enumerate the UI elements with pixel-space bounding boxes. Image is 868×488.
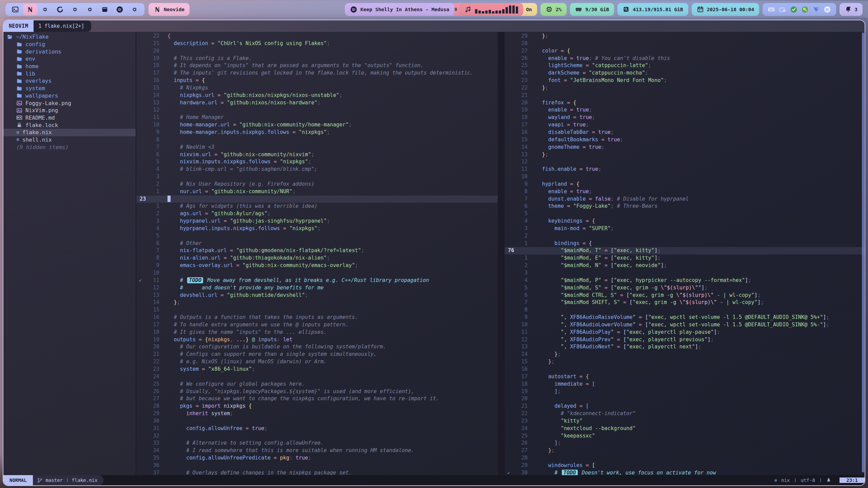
workspace-neovide[interactable] — [23, 4, 37, 15]
sign-column — [136, 306, 145, 314]
media-player-pill[interactable]: Keep Shelly In Athens - Medusa — [345, 3, 454, 16]
sign-column — [505, 314, 513, 321]
code-text: hardware.url = "github:nixos/nixos-hardw… — [167, 99, 320, 107]
tree-item-overlays[interactable]: overlays — [3, 77, 136, 85]
sign-column — [136, 188, 145, 196]
tree-item-Foggy-Lake.png[interactable]: Foggy-Lake.png — [3, 99, 136, 107]
sign-column — [505, 136, 513, 144]
cpu-module[interactable]: 2% — [540, 3, 567, 16]
code-line: 5 "$mainMod, S" = ["exec, grim -g \"$(sl… — [505, 284, 865, 292]
line-number: 2 — [513, 262, 528, 269]
left-editor-pane[interactable]: 22{21 description = "ChUrl's NixOS confi… — [136, 32, 498, 475]
sign-column — [136, 225, 145, 232]
cava-bar — [512, 5, 515, 13]
sign-column — [136, 454, 145, 462]
workspace-empty-5[interactable] — [68, 4, 82, 15]
sign-column — [505, 232, 513, 240]
encoding: utf-8 — [801, 477, 815, 483]
spotify-tray-icon[interactable] — [824, 6, 831, 13]
workspace-zen-browser[interactable] — [53, 4, 67, 15]
code-line: 8 nix-alien.url = "github:thiagokokada/n… — [136, 255, 498, 262]
code-line: 22 # "kdeconnect-indicator" — [505, 410, 865, 418]
code-text: home-manager.inputs.nixpkgs.follows = "n… — [167, 129, 330, 136]
code-text: immediate = [ — [536, 381, 595, 388]
code-line: 26 ]; — [505, 440, 865, 447]
code-line: 19 # This config is a Flake. — [136, 55, 498, 62]
workspace-empty-3[interactable] — [38, 4, 52, 15]
sign-column — [505, 99, 513, 107]
workspace-spotify[interactable] — [113, 4, 127, 15]
code-line: 9 home-manager.inputs.nixpkgs.follows = … — [136, 129, 498, 136]
check-circle-icon[interactable] — [790, 6, 797, 13]
code-line: 34 # I read somewhere that this is more … — [136, 447, 498, 454]
sign-column — [136, 40, 145, 47]
code-line: 20 firefox = { — [505, 99, 865, 107]
right-editor-pane[interactable]: 29 };2827 color = {26 enable = true; # Y… — [505, 32, 865, 475]
clock-module[interactable]: 2025-06-18 00:04 — [692, 3, 760, 16]
code-line: 22{ — [136, 33, 498, 40]
tree-item-env[interactable]: env — [3, 55, 136, 63]
tree-item-README.md[interactable]: README.md — [3, 114, 136, 122]
code-text: outputs = {nixpkgs, ...} @ inputs: let — [167, 336, 293, 344]
tree-item-derivations[interactable]: derivations — [3, 48, 136, 55]
tree-item-9hiddenitems[interactable]: (9 hidden items) — [3, 143, 136, 151]
clipboard-icon[interactable] — [779, 6, 786, 13]
music-note-icon — [464, 6, 472, 13]
vesktop-icon[interactable] — [812, 6, 820, 13]
line-number: 22 — [145, 358, 159, 366]
line-number: 3 — [145, 173, 159, 181]
line-number: 6 — [145, 240, 159, 247]
tree-item-flake.lock[interactable]: flake.lock — [3, 121, 136, 129]
code-text: home-manager.url = "github:nix-community… — [167, 121, 352, 129]
code-text: "$mainMod, P" = ["exec, hyprpicker --aut… — [536, 277, 751, 284]
tree-item-config[interactable]: config — [3, 41, 136, 48]
code-text: disableTabBar = true; — [536, 129, 614, 136]
tree-item-shell.nix[interactable]: ❄shell.nix — [3, 136, 136, 144]
line-number: 3 — [513, 269, 528, 277]
scrollbar[interactable] — [862, 33, 864, 472]
code-line: 2 "$mainMod, N" = ["exec, neovide"]; — [505, 262, 865, 269]
sign-column — [505, 410, 513, 418]
tree-item-lib[interactable]: lib — [3, 70, 136, 77]
code-line: 10 — [136, 269, 498, 277]
workspace-empty-6[interactable] — [83, 4, 97, 15]
tree-item-NixFlake[interactable]: ~/NixFlake — [3, 33, 136, 41]
desktop: { "topbar": { "workspaces": [ {"app":"te… — [0, 0, 868, 488]
window-separator[interactable] — [498, 32, 505, 475]
active-window-pill[interactable]: Neovide — [149, 3, 190, 16]
tree-item-wallpapers[interactable]: wallpapers — [3, 92, 136, 100]
workspaces — [5, 3, 144, 16]
line-number: 17 — [145, 321, 159, 329]
disk-module[interactable]: 413.19/915.81 GiB — [617, 3, 688, 16]
tree-item-home[interactable]: home — [3, 63, 136, 70]
audio-visualizer-pill[interactable] — [459, 3, 523, 16]
memory-module[interactable]: 9/30 GiB — [570, 3, 614, 16]
sign-column — [505, 366, 513, 373]
sign-column — [136, 329, 145, 336]
code-text: hyprland = { — [536, 181, 579, 188]
tree-item-NixVim.png[interactable]: NixVim.png — [3, 107, 136, 114]
code-line: 17 autostart = { — [505, 373, 865, 381]
sign-column — [136, 69, 145, 77]
tree-item-system[interactable]: system — [3, 85, 136, 92]
sign-column — [505, 321, 513, 329]
line-number: 2 — [145, 210, 159, 218]
buffer-tab[interactable]: 1 flake.nix[2+] — [34, 20, 91, 32]
workspace-empty-9[interactable] — [127, 4, 142, 15]
code-text: # Other — [167, 240, 202, 247]
sign-column — [505, 47, 513, 55]
code-line: 20 # Our configuration is buildable on t… — [136, 343, 498, 351]
sign-column — [505, 69, 513, 77]
code-text: # Alternative to setting config.allowUnf… — [167, 440, 323, 447]
keyboard-icon[interactable] — [768, 6, 775, 13]
notifications-pill[interactable]: 3 — [840, 3, 863, 16]
code-text: lightScheme = "catppuccin-latte"; — [536, 62, 651, 69]
git-branch-icon — [37, 477, 43, 483]
workspace-terminal[interactable] — [8, 4, 22, 15]
sign-column — [505, 343, 513, 351]
workspace-window[interactable] — [98, 4, 112, 15]
code-text: # blink-cmp.url = "github:saghen/blink.c… — [167, 166, 317, 173]
key-icon[interactable] — [801, 6, 809, 13]
tree-item-flake.nix[interactable]: ❄flake.nix — [3, 129, 136, 136]
code-line: 4 hyprpanel.inputs.nixpkgs.follows = "ni… — [136, 225, 498, 232]
